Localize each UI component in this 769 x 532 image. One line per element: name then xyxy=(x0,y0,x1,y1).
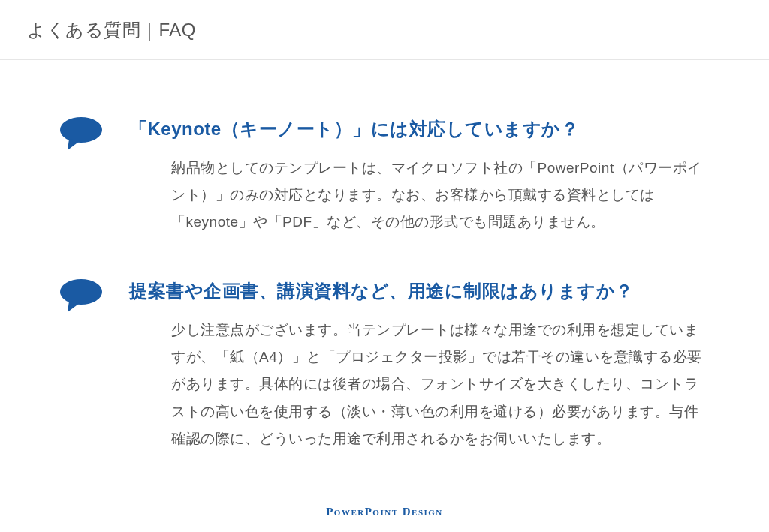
page-header: よくある質問｜FAQ xyxy=(0,0,769,60)
faq-text: 「Keynote（キーノート）」には対応していますか？ 納品物としてのテンプレー… xyxy=(119,116,709,236)
footer-brand: PowerPoint Design xyxy=(0,506,769,518)
svg-point-1 xyxy=(60,279,102,305)
speech-bubble-icon xyxy=(59,305,104,317)
faq-text: 提案書や企画書、講演資料など、用途に制限はありますか？ 少し注意点がございます。… xyxy=(119,278,709,452)
svg-point-0 xyxy=(60,117,102,143)
faq-icon-container xyxy=(59,278,119,452)
faq-item: 「Keynote（キーノート）」には対応していますか？ 納品物としてのテンプレー… xyxy=(59,116,709,236)
speech-bubble-icon xyxy=(59,143,104,155)
faq-item: 提案書や企画書、講演資料など、用途に制限はありますか？ 少し注意点がございます。… xyxy=(59,278,709,452)
faq-question: 「Keynote（キーノート）」には対応していますか？ xyxy=(129,116,709,143)
page-title: よくある質問｜FAQ xyxy=(27,18,769,42)
faq-icon-container xyxy=(59,116,119,236)
faq-answer: 納品物としてのテンプレートは、マイクロソフト社の「PowerPoint（パワーポ… xyxy=(129,155,709,236)
page-footer: PowerPoint Design xyxy=(0,506,769,518)
faq-question: 提案書や企画書、講演資料など、用途に制限はありますか？ xyxy=(129,278,709,305)
faq-content: 「Keynote（キーノート）」には対応していますか？ 納品物としてのテンプレー… xyxy=(0,60,769,452)
faq-answer: 少し注意点がございます。当テンプレートは様々な用途での利用を想定していますが、「… xyxy=(129,317,709,452)
